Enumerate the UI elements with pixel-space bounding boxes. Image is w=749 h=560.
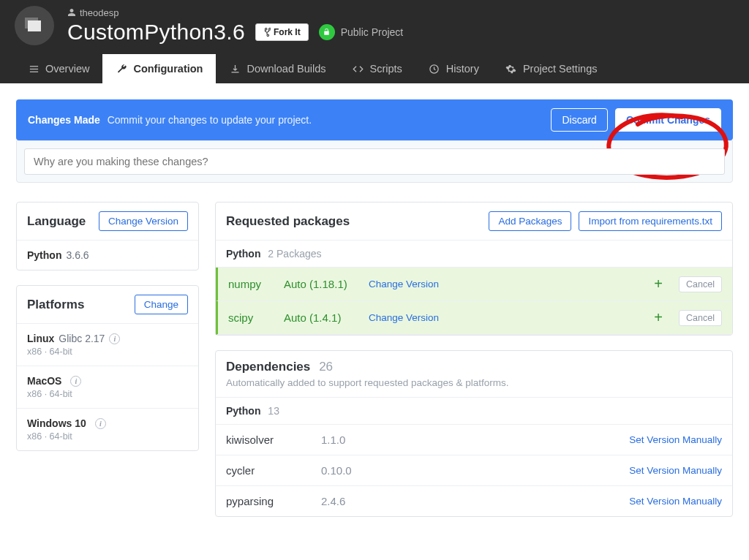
dependencies-section-label: Python <box>226 405 260 417</box>
menu-icon <box>28 63 39 75</box>
package-version: Auto (1.18.1) <box>284 278 357 290</box>
unlock-icon <box>319 24 335 40</box>
fork-icon <box>263 28 271 37</box>
set-version-manually-link[interactable]: Set Version Manually <box>629 434 722 445</box>
commit-changes-button[interactable]: Commit Changes <box>615 108 721 132</box>
commit-message-wrap: 0/100 <box>16 140 733 183</box>
dependency-row: pyparsing 2.4.6 Set Version Manually <box>216 486 732 516</box>
platform-arch: x86 · 64-bit <box>27 389 188 399</box>
dependency-version: 0.10.0 <box>321 464 409 477</box>
package-row: scipy Auto (1.4.1) Change Version + Canc… <box>216 301 732 335</box>
platform-name: Linux <box>27 333 54 344</box>
commit-message-input[interactable] <box>24 148 725 175</box>
tab-project-settings-label: Project Settings <box>523 63 598 75</box>
platform-arch: x86 · 64-bit <box>27 347 188 357</box>
add-icon[interactable]: + <box>650 309 667 326</box>
platform-row: MacOS i x86 · 64-bit <box>17 366 198 409</box>
requested-section-label: Python <box>226 248 260 260</box>
package-row: numpy Auto (1.18.1) Change Version + Can… <box>216 268 732 301</box>
dependencies-title: Dependencies <box>226 360 310 374</box>
package-cancel-button[interactable]: Cancel <box>679 310 722 326</box>
platform-row: Linux Glibc 2.17 i x86 · 64-bit <box>17 324 198 366</box>
info-icon[interactable]: i <box>109 333 120 344</box>
package-change-version-link[interactable]: Change Version <box>369 279 638 290</box>
visibility-label: Public Project <box>341 26 404 38</box>
package-cancel-button[interactable]: Cancel <box>679 276 722 292</box>
changes-banner: Changes Made Commit your changes to upda… <box>16 99 733 140</box>
fork-button-label: Fork It <box>274 27 301 37</box>
project-title: CustomPython3.6 <box>67 20 245 45</box>
platforms-card-title: Platforms <box>27 298 84 312</box>
tab-history-label: History <box>446 63 479 75</box>
tabs: Overview Configuration Download Builds S… <box>0 54 749 83</box>
package-change-version-link[interactable]: Change Version <box>369 312 638 323</box>
banner-subtitle: Commit your changes to update your proje… <box>108 114 312 126</box>
requested-packages-title: Requested packages <box>226 214 350 229</box>
tab-download-builds[interactable]: Download Builds <box>216 54 339 83</box>
tab-download-builds-label: Download Builds <box>246 63 325 75</box>
language-version: 3.6.6 <box>66 249 89 261</box>
platform-name: Windows 10 <box>27 417 86 429</box>
dependency-name: kiwisolver <box>226 434 321 446</box>
dependency-name: cycler <box>226 464 321 477</box>
language-card-title: Language <box>27 214 86 229</box>
platform-arch: x86 · 64-bit <box>27 431 188 442</box>
owner-name: theodesp <box>80 7 119 18</box>
add-packages-button[interactable]: Add Packages <box>489 211 571 231</box>
platform-detail: Glibc 2.17 <box>59 333 105 344</box>
topbar: theodesp CustomPython3.6 Fork It Public … <box>0 0 749 83</box>
download-icon <box>229 63 241 75</box>
package-version: Auto (1.4.1) <box>284 311 357 324</box>
dependency-name: pyparsing <box>226 495 321 507</box>
requested-section-count: 2 Packages <box>268 248 321 260</box>
info-icon[interactable]: i <box>70 376 81 387</box>
import-requirements-button[interactable]: Import from requirements.txt <box>579 211 722 231</box>
package-name: numpy <box>228 278 272 290</box>
dependencies-section-count: 13 <box>268 405 279 417</box>
change-platforms-button[interactable]: Change <box>135 295 188 314</box>
fork-button[interactable]: Fork It <box>255 23 309 41</box>
tab-scripts-label: Scripts <box>370 63 402 75</box>
set-version-manually-link[interactable]: Set Version Manually <box>629 465 722 476</box>
dependencies-count: 26 <box>319 360 333 374</box>
tab-overview[interactable]: Overview <box>15 54 102 83</box>
project-avatar <box>15 6 54 45</box>
change-version-button[interactable]: Change Version <box>99 211 188 231</box>
dependency-row: kiwisolver 1.1.0 Set Version Manually <box>216 425 732 455</box>
requested-section-header: Python 2 Packages <box>216 241 732 268</box>
platform-name: MacOS <box>27 375 61 387</box>
project-avatar-icon <box>28 20 41 31</box>
owner-label: theodesp <box>67 7 403 18</box>
add-icon[interactable]: + <box>650 276 667 292</box>
dependencies-card: Dependencies 26 Automatically added to s… <box>215 350 733 517</box>
info-icon[interactable]: i <box>95 418 106 429</box>
tab-scripts[interactable]: Scripts <box>339 54 415 83</box>
tab-overview-label: Overview <box>45 63 89 75</box>
set-version-manually-link[interactable]: Set Version Manually <box>629 496 722 507</box>
tab-configuration-label: Configuration <box>133 63 203 75</box>
tab-configuration[interactable]: Configuration <box>102 54 216 83</box>
requested-packages-card: Requested packages Add Packages Import f… <box>215 202 733 336</box>
dependency-row: cycler 0.10.0 Set Version Manually <box>216 455 732 486</box>
package-name: scipy <box>228 311 272 324</box>
banner-title: Changes Made <box>28 114 100 126</box>
dependencies-desc: Automatically added to support requested… <box>226 377 722 388</box>
tab-history[interactable]: History <box>415 54 492 83</box>
visibility-badge: Public Project <box>319 24 404 40</box>
discard-button[interactable]: Discard <box>551 108 607 132</box>
language-name: Python <box>27 249 61 261</box>
gear-icon <box>505 63 517 75</box>
user-icon <box>67 8 76 17</box>
history-icon <box>429 63 440 75</box>
dependencies-section-header: Python 13 <box>216 398 732 425</box>
platform-row: Windows 10 i x86 · 64-bit <box>17 409 198 450</box>
dependency-version: 1.1.0 <box>321 434 409 446</box>
code-icon <box>353 63 364 75</box>
dependency-version: 2.4.6 <box>321 495 409 507</box>
platforms-card: Platforms Change Linux Glibc 2.17 i x86 … <box>16 285 199 451</box>
language-card: Language Change Version Python 3.6.6 <box>16 202 199 270</box>
wrench-icon <box>116 63 127 75</box>
tab-project-settings[interactable]: Project Settings <box>492 54 611 83</box>
